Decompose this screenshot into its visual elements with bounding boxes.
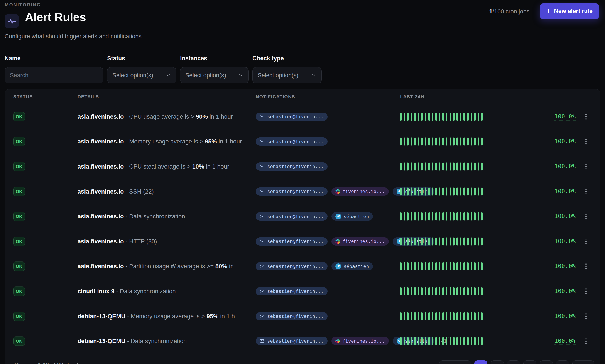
uptime-bar — [411, 312, 412, 320]
rule-threshold: 95% — [205, 138, 217, 145]
row-menu-kebab-icon[interactable] — [585, 212, 587, 221]
page-button-6[interactable]: 6 — [556, 360, 569, 364]
row-menu-kebab-icon[interactable] — [585, 237, 587, 246]
rule-host: asia.fivenines.io — [78, 188, 125, 195]
uptime-bar — [432, 287, 434, 295]
uptime-bar — [453, 138, 455, 146]
uptime-bar — [478, 262, 479, 270]
rule-details: asia.fivenines.io - CPU usage average is… — [78, 113, 233, 120]
row-menu-kebab-icon[interactable] — [585, 162, 587, 171]
status-select[interactable]: Select option(s) — [107, 67, 176, 83]
uptime-bar — [411, 337, 412, 345]
chevron-down-icon — [166, 73, 171, 78]
next-page-button[interactable]: Next — [572, 360, 594, 364]
uptime-bar — [446, 237, 447, 245]
last-24h-bars — [400, 138, 483, 146]
uptime-bar — [432, 113, 434, 121]
table-row[interactable]: OK debian-13-QEMU - Memory usage average… — [5, 304, 600, 329]
row-menu-kebab-icon[interactable] — [585, 137, 587, 146]
page-button-2[interactable]: 2 — [491, 360, 504, 364]
check-type-select-value: Select option(s) — [258, 72, 299, 79]
table-row[interactable]: OK debian-13-QEMU - Data synchronization… — [5, 329, 600, 354]
uptime-bar — [481, 312, 483, 320]
row-menu-kebab-icon[interactable] — [585, 187, 587, 196]
uptime-bar — [449, 262, 451, 270]
check-type-select[interactable]: Select option(s) — [252, 67, 322, 83]
row-menu-kebab-icon[interactable] — [585, 337, 587, 346]
table-row[interactable]: OK asia.fivenines.io - Memory usage aver… — [5, 129, 600, 154]
uptime-bar — [418, 162, 419, 170]
rule-description-post: in ... — [227, 263, 240, 270]
alert-rules-page: MONITORING Alert Rules Configure what sh… — [0, 0, 605, 364]
notification-chip-label: sebastien@fivenin... — [267, 164, 324, 169]
uptime-bar — [474, 113, 476, 121]
uptime-bar — [474, 337, 476, 345]
row-menu-kebab-icon[interactable] — [585, 262, 587, 271]
uptime-bar — [407, 237, 408, 245]
uptime-bar — [449, 113, 451, 121]
uptime-bar — [411, 113, 412, 121]
page-button-5[interactable]: 5 — [540, 360, 553, 364]
rule-description-pre: - Data synchronization — [127, 338, 187, 344]
row-menu-kebab-icon[interactable] — [585, 113, 587, 121]
page-button-1[interactable]: 1 — [474, 360, 487, 364]
table-row[interactable]: OK asia.fivenines.io - CPU usage average… — [5, 104, 600, 129]
uptime-bar — [414, 287, 416, 295]
uptime-bar — [442, 237, 444, 245]
notification-chip-telegram: sébastien — [331, 212, 373, 221]
row-menu-kebab-icon[interactable] — [585, 312, 587, 320]
notification-chip-label: sebastien@fivenin... — [267, 139, 324, 144]
filters-bar: Name Status Select option(s) Instances S… — [0, 44, 605, 83]
activity-icon — [5, 14, 19, 28]
uptime-bar — [404, 212, 405, 221]
uptime-bar — [411, 187, 412, 195]
uptime-bar — [467, 162, 469, 170]
status-badge: OK — [13, 262, 25, 271]
notification-chip-label: sebastien@fivenin... — [267, 114, 324, 119]
uptime-bar — [407, 162, 408, 170]
table-row[interactable]: OK asia.fivenines.io - SSH (22) sebastie… — [5, 179, 600, 204]
status-badge: OK — [13, 187, 25, 196]
table-row[interactable]: OK asia.fivenines.io - HTTP (80) sebasti… — [5, 229, 600, 254]
row-menu-kebab-icon[interactable] — [585, 287, 587, 296]
notification-chip-label: sébastien — [344, 214, 369, 219]
uptime-bar — [411, 287, 412, 295]
uptime-bar — [435, 337, 437, 345]
uptime-bar — [432, 337, 434, 345]
uptime-bar — [446, 287, 447, 295]
uptime-bar — [414, 162, 416, 170]
uptime-bar — [407, 262, 408, 270]
table-row[interactable]: OK asia.fivenines.io - Data synchronizat… — [5, 204, 600, 229]
new-alert-rule-button[interactable]: + New alert rule — [540, 3, 599, 19]
uptime-bar — [414, 312, 416, 320]
table-row[interactable]: OK cloudLinux 9 - Data synchronization s… — [5, 279, 600, 304]
uptime-bar — [404, 337, 405, 345]
uptime-bar — [439, 287, 440, 295]
search-input[interactable] — [5, 67, 104, 83]
page-button-3[interactable]: 3 — [507, 360, 520, 364]
uptime-bar — [481, 262, 483, 270]
uptime-bar — [435, 237, 437, 245]
uptime-bar — [400, 312, 402, 320]
previous-page-button[interactable]: Previous — [439, 360, 471, 364]
email-icon — [260, 338, 265, 344]
uptime-percentage: 100.0% — [554, 213, 576, 220]
table-footer: Showing 1-10 of 60 checks Previous123456… — [5, 354, 600, 364]
uptime-bar — [421, 187, 423, 195]
breadcrumb-eyebrow: MONITORING — [5, 2, 41, 7]
uptime-bar — [428, 337, 430, 345]
instances-select[interactable]: Select option(s) — [180, 67, 249, 83]
uptime-bar — [453, 287, 455, 295]
uptime-bar — [432, 212, 434, 221]
table-row[interactable]: OK asia.fivenines.io - CPU steal average… — [5, 154, 600, 179]
rule-host: cloudLinux 9 — [78, 288, 116, 295]
table-row[interactable]: OK asia.fivenines.io - Partition usage #… — [5, 254, 600, 279]
uptime-bar — [471, 113, 472, 121]
uptime-bar — [439, 337, 440, 345]
uptime-bar — [414, 262, 416, 270]
page-button-4[interactable]: 4 — [523, 360, 536, 364]
notification-chip-label: sebastien@fivenin... — [267, 189, 324, 194]
filter-check-type-label: Check type — [252, 55, 322, 62]
uptime-bar — [418, 113, 419, 121]
uptime-bar — [425, 187, 426, 195]
